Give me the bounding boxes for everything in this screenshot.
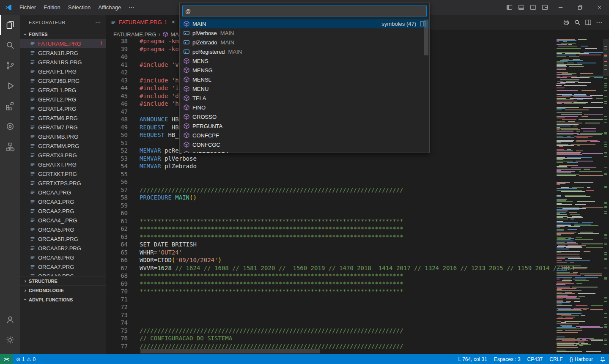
symbol-item[interactable]: IMPRESSORA	[180, 149, 429, 153]
file-item[interactable]: GERATXT.PRG	[20, 160, 106, 169]
file-item[interactable]: ORCAA5R.PRG	[20, 234, 106, 244]
symbol-item[interactable]: CONFCGC	[180, 140, 429, 149]
settings-gear-icon[interactable]	[0, 330, 20, 350]
more-actions-icon[interactable]: ⋯	[596, 19, 602, 26]
problems-indicator[interactable]: ⊘ 1 ⚠ 0	[13, 354, 39, 364]
line-number[interactable]: 54	[106, 162, 128, 170]
symbol-item[interactable]: plZebrado MAIN	[180, 38, 429, 47]
menu-item[interactable]: Fichier	[16, 0, 40, 15]
horizontal-scrollbar[interactable]	[140, 349, 320, 353]
tab-faturame[interactable]: FATURAME.PRG 1 ✕	[106, 15, 180, 30]
symbol-item[interactable]: CONFCPF	[180, 131, 429, 140]
symbol-item[interactable]: MENS	[180, 56, 429, 66]
file-item[interactable]: ORCAA5.PRG	[20, 225, 106, 234]
menu-item[interactable]: Affichage	[94, 0, 125, 15]
remote-indicator[interactable]: ><	[0, 354, 13, 364]
line-number[interactable]: 58	[106, 194, 128, 202]
code-line[interactable]: 55	[106, 170, 609, 178]
line-number[interactable]: 77	[106, 342, 128, 350]
code-line[interactable]: 62 *************************************…	[106, 225, 609, 233]
code-line[interactable]: 75 /////////////////////////////////////…	[106, 327, 609, 335]
file-item[interactable]: GERAN1R.PRG	[20, 48, 106, 57]
symbol-item[interactable]: MENU	[180, 84, 429, 93]
extensions-icon[interactable]	[0, 96, 20, 116]
file-item[interactable]: GERATF1.PRG	[20, 67, 106, 76]
split-editor-icon[interactable]	[585, 19, 592, 26]
menu-item[interactable]: Sélection	[64, 0, 94, 15]
code-line[interactable]: 76 // CONFIGURACAO DO SISTEMA	[106, 334, 609, 342]
file-item[interactable]: GERATL1.PRG	[20, 85, 106, 95]
totvs-tds-icon[interactable]	[0, 116, 20, 137]
line-number[interactable]: 52	[106, 147, 128, 155]
file-item[interactable]: GERATMB.PRG	[20, 132, 106, 141]
print-icon[interactable]	[563, 19, 570, 26]
symbol-item[interactable]: MAIN symboles (47)	[180, 19, 429, 28]
quickpick-scrollbar[interactable]	[424, 20, 428, 55]
code-line[interactable]: 61 *************************************…	[106, 217, 609, 225]
line-number[interactable]: 57	[106, 186, 128, 194]
find-icon[interactable]	[574, 19, 581, 26]
symbol-item[interactable]: plVerbose MAIN	[180, 28, 429, 38]
file-item[interactable]: ORCAA6.PRG	[20, 253, 106, 262]
symbol-item[interactable]: PERGUNTA	[180, 121, 429, 131]
line-number[interactable]: 63	[106, 233, 128, 241]
line-number[interactable]: 65	[106, 249, 128, 257]
symbol-item[interactable]: TELA	[180, 93, 429, 103]
breadcrumb-file[interactable]: FATURAME.PRG	[113, 31, 156, 38]
code-line[interactable]: 71	[106, 296, 609, 304]
file-item[interactable]: ORCAA5R2.PRG	[20, 244, 106, 253]
line-number[interactable]: 62	[106, 225, 128, 233]
file-item[interactable]: ORCAA7.PRG	[20, 262, 106, 271]
line-number[interactable]: 60	[106, 209, 128, 217]
code-line[interactable]: 67 WVVR=1628 // 1624 // 1608 // 1581 202…	[106, 264, 609, 272]
line-number[interactable]: 56	[106, 178, 128, 186]
hierarchy-icon[interactable]	[0, 137, 20, 157]
overview-ruler[interactable]	[603, 39, 609, 354]
line-number[interactable]: 67	[106, 264, 128, 272]
line-number[interactable]: 47	[106, 108, 128, 116]
line-number[interactable]: 45	[106, 92, 128, 100]
quickpick-input[interactable]	[182, 5, 427, 16]
run-debug-icon[interactable]	[0, 76, 20, 96]
notifications-bell-icon[interactable]	[596, 354, 609, 364]
toggle-secondary-sidebar-icon[interactable]	[527, 0, 539, 15]
symbol-item[interactable]: MENSL	[180, 75, 429, 84]
line-number[interactable]: 72	[106, 303, 128, 311]
line-number[interactable]: 41	[106, 61, 128, 69]
line-number[interactable]: 42	[106, 68, 128, 77]
search-icon[interactable]	[0, 35, 20, 55]
file-item[interactable]: ORCAA1.PRG	[20, 197, 106, 206]
code-line[interactable]: 56	[106, 178, 609, 186]
line-number[interactable]: 68	[106, 272, 128, 280]
file-item[interactable]: GERATX3.PRG	[20, 151, 106, 160]
code-line[interactable]: 58 PROCEDURE MAIN()	[106, 194, 609, 202]
file-item[interactable]: GERATJ6B.PRG	[20, 76, 106, 85]
close-window-button[interactable]	[590, 0, 609, 15]
line-number[interactable]: 48	[106, 115, 128, 123]
sidebar-section[interactable]: › ADVPL FUNCTIONS	[20, 295, 106, 304]
symbol-item[interactable]: FINO	[180, 103, 429, 112]
toggle-panel-icon[interactable]	[515, 0, 527, 15]
line-number[interactable]: 71	[106, 296, 128, 304]
line-number[interactable]: 64	[106, 241, 128, 249]
code-line[interactable]: 66 WDDR=CTOD('09/10/2024')	[106, 256, 609, 264]
code-line[interactable]: 65 WHHR='OUT24'	[106, 249, 609, 257]
file-item[interactable]: ORCAA2.PRG	[20, 206, 106, 216]
status-item[interactable]: CRLF	[546, 354, 566, 364]
line-number[interactable]: 53	[106, 155, 128, 163]
line-number[interactable]: 43	[106, 77, 128, 85]
line-number[interactable]: 40	[106, 53, 128, 61]
line-number[interactable]: 59	[106, 202, 128, 210]
toggle-sidebar-icon[interactable]	[503, 0, 515, 15]
menu-item[interactable]: ⋯	[125, 0, 138, 15]
code-line[interactable]: 70 *************************************…	[106, 287, 609, 296]
symbol-item[interactable]: GROSSO	[180, 112, 429, 121]
line-number[interactable]: 50	[106, 131, 128, 139]
code-line[interactable]: 72	[106, 303, 609, 311]
code-line[interactable]: 53 MEMVAR plVerbose	[106, 155, 609, 163]
restore-button[interactable]	[570, 0, 590, 15]
line-number[interactable]: 66	[106, 256, 128, 264]
file-item[interactable]: GERTXTPS.PRG	[20, 178, 106, 188]
file-item[interactable]: GERAN1RS.PRG	[20, 57, 106, 67]
status-item[interactable]: L 764, col 31	[455, 354, 491, 364]
